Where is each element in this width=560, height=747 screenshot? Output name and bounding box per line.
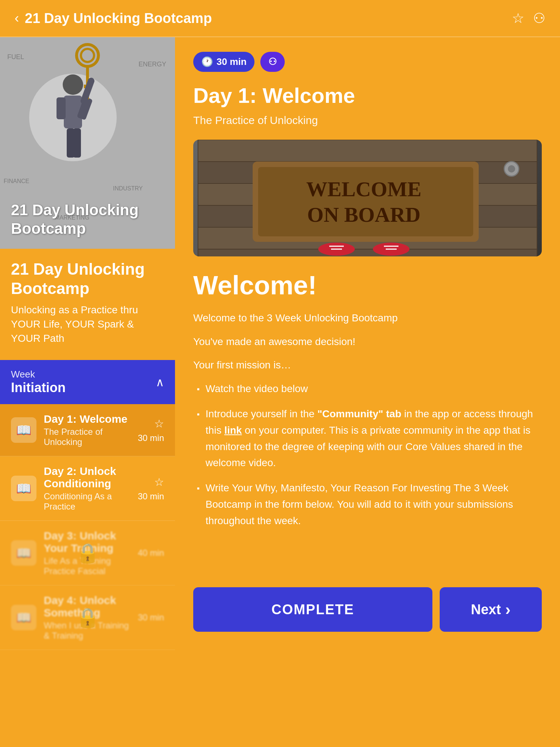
mission-2-part3: on your computer. This is a private comm… xyxy=(206,425,530,469)
svg-text:ON BOARD: ON BOARD xyxy=(307,203,421,227)
clock-icon: 🕐 xyxy=(201,56,213,67)
bullet-1-icon: ▪ xyxy=(197,383,200,395)
day-4-duration: 30 min xyxy=(138,612,164,623)
day-2-subtitle: Conditioning As a Practice xyxy=(44,491,131,512)
badge-link-icon: ⚇ xyxy=(268,56,277,67)
complete-button[interactable]: COMPLETE xyxy=(193,587,432,632)
svg-text:INDUSTRY: INDUSTRY xyxy=(113,185,143,191)
day-1-star-icon[interactable]: ☆ xyxy=(154,417,164,430)
week-label: Week Initiation xyxy=(11,369,66,395)
day-3-icon: 📖 xyxy=(11,540,36,566)
body-para2: You've made an awesome decision! xyxy=(193,334,542,350)
day-item-3: 📖 Day 3: Unlock Your Training Life As a … xyxy=(0,521,175,585)
header-right: ☆ ⚇ xyxy=(512,10,545,26)
day-item-4: 📖 Day 4: Unlock Something When I use a T… xyxy=(0,585,175,650)
mission-1-text: Watch the video below xyxy=(206,381,308,397)
next-label: Next xyxy=(471,602,501,618)
back-button[interactable]: ‹ xyxy=(15,12,19,25)
day-3-duration: 40 min xyxy=(138,548,164,558)
day-2-duration: 30 min xyxy=(138,491,164,502)
welcome-image: WELCOME ON BOARD xyxy=(193,140,542,256)
svg-rect-5 xyxy=(57,97,66,119)
body-para1: Welcome to the 3 Week Unlocking Bootcamp xyxy=(193,310,542,326)
svg-rect-8 xyxy=(73,128,81,158)
day-3-meta: 40 min xyxy=(138,548,164,558)
day-1-title: Day 1: Welcome xyxy=(44,413,131,425)
day-1-info: Day 1: Welcome The Practice of Unlocking xyxy=(44,413,131,447)
duration-label: 30 min xyxy=(217,56,246,67)
day-2-info: Day 2: Unlock Conditioning Conditioning … xyxy=(44,465,131,512)
lesson-subtitle: The Practice of Unlocking xyxy=(193,114,542,127)
header-title: 21 Day Unlocking Bootcamp xyxy=(25,11,212,26)
svg-point-3 xyxy=(63,74,83,95)
day-1-subtitle: The Practice of Unlocking xyxy=(44,427,131,447)
course-desc: Unlocking as a Practice thru YOUR Life, … xyxy=(11,303,164,346)
duration-badge: 🕐 30 min xyxy=(193,52,254,72)
day-item-2[interactable]: 📖 Day 2: Unlock Conditioning Conditionin… xyxy=(0,456,175,521)
link-icon[interactable]: ⚇ xyxy=(533,10,545,26)
week-label-bottom: Initiation xyxy=(11,380,66,395)
day-1-meta: ☆ 30 min xyxy=(138,417,164,443)
welcome-heading: Welcome! xyxy=(193,271,542,300)
week-chevron-icon[interactable]: ∧ xyxy=(156,375,164,389)
mission-item-3: ▪ Write Your Why, Manifesto, Your Reason… xyxy=(197,480,542,529)
mission-2-part1: Introduce yourself in the xyxy=(206,408,318,419)
star-icon[interactable]: ☆ xyxy=(512,10,524,26)
day-2-icon: 📖 xyxy=(11,476,36,501)
next-button[interactable]: Next › xyxy=(440,587,542,632)
day-item-1[interactable]: 📖 Day 1: Welcome The Practice of Unlocki… xyxy=(0,404,175,456)
week-header[interactable]: Week Initiation ∧ xyxy=(0,360,175,404)
mission-3-text: Write Your Why, Manifesto, Your Reason F… xyxy=(206,480,542,529)
week-label-top: Week xyxy=(11,369,66,380)
lock-icon-2: 🔒 xyxy=(76,607,100,629)
svg-text:FINANCE: FINANCE xyxy=(4,178,29,184)
mission-list: ▪ Watch the video below ▪ Introduce your… xyxy=(193,381,542,529)
main-content: FUEL ENERGY FINANCE INDUSTRY MARKETING 2… xyxy=(0,37,560,650)
svg-text:FUEL: FUEL xyxy=(7,53,24,61)
day-1-duration: 30 min xyxy=(138,433,164,443)
body-para3: Your first mission is… xyxy=(193,357,542,374)
course-name: 21 Day Unlocking Bootcamp xyxy=(11,260,164,298)
left-panel: FUEL ENERGY FINANCE INDUSTRY MARKETING 2… xyxy=(0,37,175,650)
bottom-bar: COMPLETE Next › xyxy=(175,576,560,650)
bullet-3-icon: ▪ xyxy=(197,482,200,495)
header: ‹ 21 Day Unlocking Bootcamp ☆ ⚇ xyxy=(0,0,560,37)
day-2-star-icon[interactable]: ☆ xyxy=(154,476,164,488)
svg-rect-26 xyxy=(198,249,537,256)
course-image-overlay: 21 Day Unlocking Bootcamp xyxy=(11,201,164,238)
mission-item-1: ▪ Watch the video below xyxy=(197,381,542,397)
community-link[interactable]: link xyxy=(224,425,242,436)
bullet-2-icon: ▪ xyxy=(197,408,200,421)
course-image-title: 21 Day Unlocking Bootcamp xyxy=(11,201,164,238)
right-panel: 🕐 30 min ⚇ Day 1: Welcome The Practice o… xyxy=(175,37,560,576)
course-image: FUEL ENERGY FINANCE INDUSTRY MARKETING 2… xyxy=(0,37,175,249)
lock-icon: 🔒 xyxy=(76,542,100,564)
week-section: Week Initiation ∧ xyxy=(0,360,175,404)
header-left: ‹ 21 Day Unlocking Bootcamp xyxy=(15,11,212,26)
course-info: 21 Day Unlocking Bootcamp Unlocking as a… xyxy=(0,249,175,360)
next-arrow-icon: › xyxy=(505,600,511,619)
lesson-title: Day 1: Welcome xyxy=(193,83,542,108)
link-badge[interactable]: ⚇ xyxy=(260,52,285,72)
meta-badges: 🕐 30 min ⚇ xyxy=(193,52,542,72)
day-1-icon: 📖 xyxy=(11,417,36,443)
day-2-meta: ☆ 30 min xyxy=(138,476,164,502)
svg-text:ENERGY: ENERGY xyxy=(139,61,166,68)
svg-rect-21 xyxy=(198,140,537,162)
welcome-body: Welcome to the 3 Week Unlocking Bootcamp… xyxy=(193,310,542,529)
day-2-title: Day 2: Unlock Conditioning xyxy=(44,465,131,490)
svg-point-38 xyxy=(508,165,515,173)
mission-2-bold: "Community" tab xyxy=(317,408,401,419)
day-4-meta: 30 min xyxy=(138,612,164,623)
mission-item-2: ▪ Introduce yourself in the "Community" … xyxy=(197,406,542,471)
day-4-icon: 📖 xyxy=(11,605,36,630)
svg-text:WELCOME: WELCOME xyxy=(306,177,421,201)
mission-2-text: Introduce yourself in the "Community" ta… xyxy=(206,406,542,471)
